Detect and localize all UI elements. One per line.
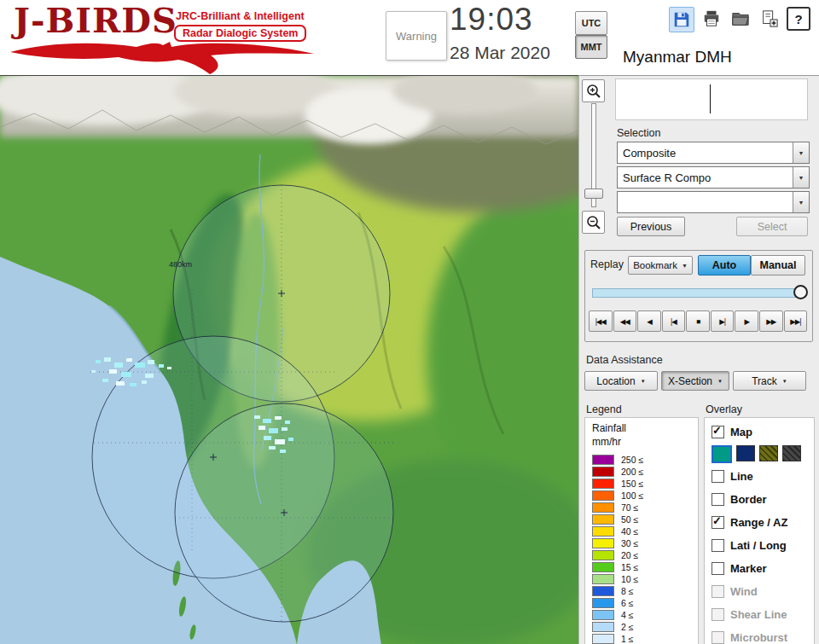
line-checkbox[interactable]	[712, 470, 724, 483]
replay-label: Replay	[590, 258, 624, 270]
step-back-button[interactable]: |◀	[662, 310, 686, 332]
overlay-label: Overlay	[706, 403, 742, 415]
header: J-BIRDS JRC-Brilliant & Intelligent Rada…	[0, 0, 819, 75]
export-icon	[760, 9, 779, 28]
xsection-button[interactable]: X-Section	[661, 371, 729, 391]
skip-to-end-button[interactable]: ▶▶|	[784, 310, 808, 332]
range-az-checkbox[interactable]	[712, 516, 724, 529]
radar-map[interactable]: 480km	[0, 75, 578, 644]
text-caret	[710, 84, 711, 113]
overlay-item-border[interactable]: Border	[712, 490, 767, 508]
border-checkbox[interactable]	[712, 493, 724, 506]
manual-mode-button[interactable]: Manual	[751, 255, 805, 276]
legend-value: 15 ≤	[621, 562, 638, 572]
overlay-item-line[interactable]: Line	[712, 467, 753, 484]
legend-row: 50 ≤	[585, 513, 698, 525]
extra-dropdown[interactable]	[617, 191, 810, 213]
legend-row: 150 ≤	[585, 478, 698, 490]
wind-checkbox[interactable]	[712, 585, 724, 598]
legend-value: 8 ≤	[621, 586, 634, 596]
chevron-down-icon[interactable]	[793, 167, 809, 188]
map-color-swatch[interactable]	[782, 445, 801, 461]
legend-value: 10 ≤	[621, 574, 638, 584]
chevron-down-icon[interactable]	[793, 142, 809, 163]
map-color-swatch[interactable]	[712, 445, 732, 463]
skip-to-start-button[interactable]: |◀◀	[589, 310, 613, 332]
fast-rewind-button[interactable]: ◀◀	[613, 310, 637, 332]
zoom-out-button[interactable]	[582, 211, 605, 234]
shear-line-checkbox[interactable]	[712, 608, 724, 621]
replay-slider-track[interactable]	[592, 288, 805, 298]
mountains	[0, 76, 578, 144]
marker-checkbox[interactable]	[712, 562, 724, 575]
export-button[interactable]	[758, 7, 781, 31]
zoom-slider[interactable]	[586, 103, 600, 206]
overlay-item-marker[interactable]: Marker	[712, 560, 767, 577]
legend-rows: 250 ≤ 200 ≤ 150 ≤ 100 ≤ 70 ≤ 50 ≤ 40 ≤ 3…	[585, 454, 698, 644]
lati-long-checkbox[interactable]	[712, 539, 724, 552]
clock-time: 19:03	[450, 2, 533, 38]
legend-value: 2 ≤	[621, 622, 634, 632]
replay-slider-handle[interactable]	[793, 285, 808, 299]
warning-button[interactable]: Warning	[386, 11, 447, 61]
jbirds-logo: J-BIRDS JRC-Brilliant & Intelligent Rada…	[5, 2, 322, 73]
microburst-checkbox[interactable]	[712, 631, 724, 644]
open-file-button[interactable]	[729, 7, 752, 31]
location-button[interactable]: Location	[584, 371, 658, 391]
composite-dropdown-value: Composite	[618, 147, 793, 160]
play-reverse-button[interactable]: ◀	[637, 310, 661, 332]
legend-row: 10 ≤	[585, 573, 698, 585]
play-button[interactable]: ▶	[735, 310, 758, 332]
zoom-slider-handle[interactable]	[584, 189, 603, 199]
legend-row: 6 ≤	[585, 597, 698, 609]
fast-forward-button[interactable]: ▶▶	[759, 310, 783, 332]
overlay-item-microburst[interactable]: Microburst	[712, 629, 787, 644]
map-checkbox[interactable]	[712, 426, 724, 438]
save-button[interactable]	[669, 7, 694, 32]
map-color-swatch[interactable]	[736, 445, 755, 461]
text-display-box[interactable]	[615, 78, 808, 120]
overlay-item-label: Range / AZ	[730, 516, 787, 529]
print-button[interactable]	[700, 7, 723, 31]
folder-icon	[731, 9, 750, 28]
legend-value: 40 ≤	[621, 526, 638, 537]
legend-swatch	[592, 479, 614, 489]
org-box: Myanmar DMH	[607, 41, 809, 75]
playback-controls: |◀◀ ◀◀ ◀ |◀ ■ ▶| ▶ ▶▶ ▶▶|	[589, 310, 807, 332]
chevron-down-icon[interactable]	[793, 192, 809, 212]
mmt-button[interactable]: MMT	[575, 35, 607, 59]
track-button-label: Track	[752, 375, 777, 387]
bookmark-button[interactable]: Bookmark	[628, 256, 693, 275]
overlay-item-map[interactable]: Map	[712, 423, 752, 440]
overlay-item-lati-long[interactable]: Lati / Long	[712, 537, 787, 554]
utc-button[interactable]: UTC	[575, 11, 607, 35]
legend-title-line2: mm/hr	[592, 436, 621, 448]
stop-button[interactable]: ■	[686, 310, 710, 332]
overlay-item-shear-line[interactable]: Shear Line	[712, 606, 787, 623]
replay-slider[interactable]	[592, 285, 805, 300]
map-color-swatches	[712, 445, 801, 463]
legend-swatch	[592, 502, 614, 513]
overlay-item-wind[interactable]: Wind	[712, 583, 758, 600]
legend-swatch	[592, 622, 614, 632]
overlay-item-label: Shear Line	[730, 608, 787, 621]
step-forward-button[interactable]: ▶|	[711, 310, 735, 332]
auto-mode-button[interactable]: Auto	[698, 255, 751, 276]
overlay-item-label: Border	[730, 493, 767, 506]
map-color-swatch[interactable]	[759, 445, 778, 461]
logo-subtitle-1: JRC-Brilliant & Intelligent	[176, 10, 305, 22]
legend-swatch	[592, 550, 614, 560]
overlay-item-range-az[interactable]: Range / AZ	[712, 513, 787, 531]
zoom-in-button[interactable]	[582, 79, 605, 102]
legend-value: 200 ≤	[621, 467, 643, 477]
product-dropdown[interactable]: Surface R Compo	[617, 166, 810, 189]
track-button[interactable]: Track	[733, 371, 806, 391]
help-button[interactable]: ?	[787, 7, 810, 31]
previous-button[interactable]: Previous	[617, 217, 685, 236]
composite-dropdown[interactable]: Composite	[617, 142, 810, 164]
logo-title: J-BIRDS	[14, 0, 177, 40]
overlay-item-label: Microburst	[730, 631, 787, 644]
app-window: J-BIRDS JRC-Brilliant & Intelligent Rada…	[0, 0, 819, 644]
select-button[interactable]: Select	[736, 217, 808, 236]
overlay-item-label: Wind	[730, 585, 758, 598]
